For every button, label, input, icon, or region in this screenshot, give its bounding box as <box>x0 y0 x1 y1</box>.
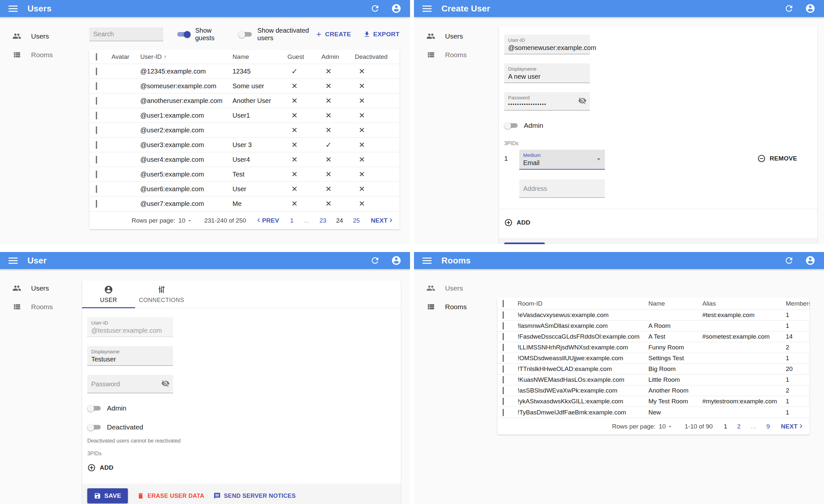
create-button[interactable]: CREATE <box>315 31 351 38</box>
row-checkbox[interactable] <box>96 82 97 90</box>
row-checkbox[interactable] <box>96 156 97 163</box>
address-input[interactable] <box>523 185 601 193</box>
refresh-icon[interactable] <box>370 256 380 265</box>
account-icon[interactable] <box>391 3 402 14</box>
account-icon[interactable] <box>805 255 816 266</box>
col-admin[interactable]: Admin <box>319 53 353 60</box>
rows-per-page-select[interactable]: 10 <box>659 423 674 430</box>
admin-switch[interactable] <box>504 122 519 129</box>
page-button[interactable]: 1 <box>724 423 728 430</box>
table-row[interactable]: @user3:example.comUser 3✕✓✕ <box>89 138 400 152</box>
erase-user-data-button[interactable]: ERASE USER DATA <box>137 492 204 499</box>
table-row[interactable]: !TyBasDmweIJdfFaeBmk:example.comNew1 <box>497 407 810 418</box>
refresh-icon[interactable] <box>784 256 794 265</box>
table-row[interactable]: !asSBSlsdWEvaXwPk:example.comAnother Roo… <box>497 385 810 396</box>
row-checkbox[interactable] <box>96 126 97 134</box>
displayname-field[interactable]: Displayname A new user <box>504 64 590 83</box>
page-button[interactable]: 23 <box>319 217 326 224</box>
select-all-checkbox[interactable] <box>503 300 504 307</box>
table-row[interactable]: !TTnlslkHHweOLAD:example.comBig Room20 <box>497 364 810 375</box>
row-checkbox[interactable] <box>503 333 504 340</box>
row-checkbox[interactable] <box>503 376 504 383</box>
add-button[interactable]: ADD <box>504 218 812 227</box>
menu-icon[interactable] <box>8 258 18 264</box>
row-checkbox[interactable] <box>96 97 97 105</box>
col-name[interactable]: Name <box>230 53 286 60</box>
password-input[interactable] <box>91 380 169 388</box>
table-row[interactable]: @someuser:example.comSome user✕✕✕ <box>89 79 400 94</box>
search-input[interactable] <box>93 30 180 38</box>
deactivated-switch[interactable] <box>87 423 102 431</box>
page-button[interactable]: 1 <box>290 217 294 224</box>
account-icon[interactable] <box>391 255 402 266</box>
sidebar-item-users[interactable]: Users <box>414 279 496 297</box>
col-avatar[interactable]: Avatar <box>110 53 138 60</box>
row-checkbox[interactable] <box>96 68 97 75</box>
table-row[interactable]: @anotheruser:example.comAnother User✕✕✕ <box>89 94 400 108</box>
col-user-id[interactable]: User-ID↑ <box>138 53 230 60</box>
visibility-off-icon[interactable] <box>578 96 587 106</box>
col-deactivated[interactable]: Deactivated <box>353 53 400 60</box>
user-id-field[interactable]: User-ID @somenewuser:example.com <box>504 35 590 54</box>
col-name[interactable]: Name <box>646 300 700 307</box>
col-alias[interactable]: Alias <box>700 300 784 307</box>
save-button[interactable]: SAVE <box>87 488 128 503</box>
table-row[interactable]: @user1:example.comUser1✕✕✕ <box>89 108 400 123</box>
sidebar-item-users[interactable]: Users <box>0 279 82 297</box>
table-row[interactable]: @user6:example.comUser✕✕✕ <box>89 182 400 197</box>
col-members[interactable]: Members <box>784 300 810 307</box>
row-checkbox[interactable] <box>96 112 97 119</box>
search-field[interactable] <box>89 27 163 41</box>
row-checkbox[interactable] <box>96 141 97 149</box>
show-guests-switch[interactable] <box>176 30 191 38</box>
export-button[interactable]: EXPORT <box>363 31 400 38</box>
row-checkbox[interactable] <box>503 398 504 405</box>
table-row[interactable]: @user2:example.com✕✕✕ <box>89 123 400 138</box>
row-checkbox[interactable] <box>503 365 504 373</box>
page-button[interactable]: 9 <box>766 423 770 430</box>
address-field[interactable] <box>519 179 605 198</box>
select-all-checkbox[interactable] <box>96 53 97 60</box>
row-checkbox[interactable] <box>503 409 504 416</box>
sidebar-item-users[interactable]: Users <box>414 27 496 45</box>
save-button[interactable]: SAVE <box>504 243 545 244</box>
sidebar-item-rooms[interactable]: Rooms <box>0 45 82 64</box>
admin-switch[interactable] <box>87 404 102 412</box>
page-button[interactable]: 2 <box>737 423 741 430</box>
row-checkbox[interactable] <box>96 200 97 208</box>
row-checkbox[interactable] <box>503 311 504 319</box>
sidebar-item-rooms[interactable]: Rooms <box>414 45 496 64</box>
next-button[interactable]: NEXT› <box>371 216 392 225</box>
prev-button[interactable]: ‹PREV <box>258 216 279 225</box>
next-button[interactable]: NEXT› <box>781 422 802 431</box>
menu-icon[interactable] <box>422 6 432 12</box>
rows-per-page-select[interactable]: 10 <box>179 217 193 224</box>
sidebar-item-users[interactable]: Users <box>0 27 82 45</box>
show-deactivated-switch[interactable] <box>238 30 253 38</box>
page-button[interactable]: 24 <box>336 217 343 224</box>
send-server-notices-button[interactable]: SEND SERVER NOTICES <box>213 492 296 499</box>
visibility-off-icon[interactable] <box>161 379 170 389</box>
row-checkbox[interactable] <box>503 344 504 351</box>
table-row[interactable]: !LLIMSSNHrhRjsdWNXsd:example.comFunny Ro… <box>497 342 810 353</box>
password-field[interactable]: Password ••••••••••••••••• <box>504 92 590 111</box>
table-row[interactable]: !OMSDsdweassllUUjjwe:example.comSettings… <box>497 353 810 364</box>
table-row[interactable]: !ykAStwxasdwsKkxGILL:example.comMy Test … <box>497 396 810 407</box>
col-room-id[interactable]: Room-ID <box>516 300 646 307</box>
table-row[interactable]: !eVasdacvxysewus:example.com#test:exampl… <box>497 310 810 321</box>
sidebar-item-rooms[interactable]: Rooms <box>0 297 82 316</box>
col-guest[interactable]: Guest <box>286 53 319 60</box>
table-row[interactable]: !FasdweDssccaGLdsFRddsOl:example.comA Te… <box>497 332 810 342</box>
add-button[interactable]: ADD <box>87 464 396 472</box>
table-row[interactable]: @user7:example.comMe✕✕✕ <box>89 197 400 211</box>
password-field[interactable] <box>87 375 173 393</box>
row-checkbox[interactable] <box>503 322 504 330</box>
menu-icon[interactable] <box>422 258 432 264</box>
row-checkbox[interactable] <box>96 185 97 193</box>
tab-connections[interactable]: CONNECTIONS <box>135 280 188 308</box>
account-icon[interactable] <box>805 3 816 14</box>
refresh-icon[interactable] <box>784 4 794 13</box>
displayname-field[interactable]: Displayname Testuser <box>87 346 173 366</box>
page-button[interactable]: 25 <box>353 217 360 224</box>
tab-user[interactable]: USER <box>82 280 135 308</box>
